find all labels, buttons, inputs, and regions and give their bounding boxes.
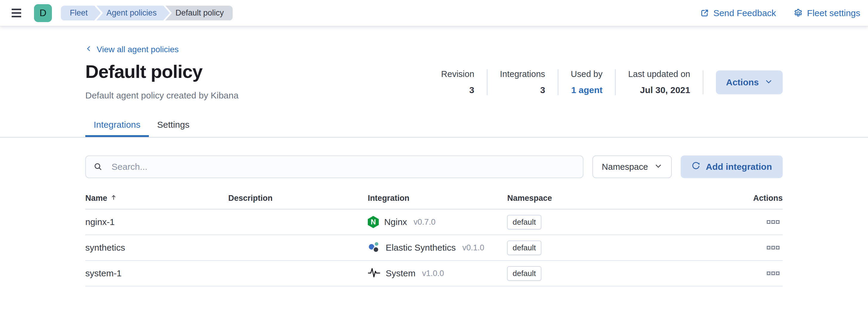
system-icon [368, 266, 380, 281]
chevron-down-icon [765, 77, 773, 87]
namespace-badge: default [507, 215, 541, 230]
boxes-horizontal-icon [767, 221, 780, 226]
elastic-synthetics-icon [368, 241, 380, 255]
stat-last-updated: Last updated on Jul 30, 2021 [615, 69, 703, 95]
table-row: nginx-1 N Nginx v0.7.0 default [85, 209, 783, 235]
policy-tabs: Integrations Settings [85, 120, 783, 137]
table-header-row: Name Description Integration Namespace A… [85, 194, 783, 209]
table-row: synthetics Elastic Synthetics v0.1.0 [85, 235, 783, 261]
column-header-description: Description [228, 194, 368, 209]
nginx-icon: N [368, 216, 379, 228]
cell-integration: Elastic Synthetics v0.1.0 [368, 235, 507, 261]
stat-revision: Revision 3 [441, 69, 487, 95]
cell-description [228, 235, 368, 261]
hamburger-icon [12, 9, 21, 10]
column-header-name[interactable]: Name [85, 194, 228, 209]
page-subtitle: Default agent policy created by Kibana [85, 90, 239, 100]
top-bar: D Fleet Agent policies Default policy Se… [0, 0, 868, 26]
cell-name: synthetics [85, 235, 228, 261]
stat-used-by: Used by 1 agent [558, 69, 615, 95]
chevron-left-icon [85, 45, 92, 54]
send-feedback-link[interactable]: Send Feedback [700, 8, 776, 18]
breadcrumb-agent-policies[interactable]: Agent policies [96, 6, 170, 21]
integration-version: v0.1.0 [462, 243, 485, 252]
fleet-settings-link[interactable]: Fleet settings [794, 8, 860, 18]
breadcrumb-fleet[interactable]: Fleet [61, 6, 101, 21]
menu-button[interactable] [8, 4, 25, 22]
cell-actions [647, 235, 783, 261]
cell-namespace: default [507, 261, 647, 286]
chevron-down-icon [654, 162, 662, 172]
sort-ascending-icon [111, 194, 117, 203]
integrations-toolbar: Namespace Add integration [85, 155, 783, 178]
cell-description [228, 261, 368, 286]
integrations-table: Name Description Integration Namespace A… [85, 194, 783, 286]
namespace-filter-button[interactable]: Namespace [592, 155, 672, 178]
stat-integrations: Integrations 3 [487, 69, 558, 95]
cell-actions [647, 209, 783, 235]
external-link-icon [700, 9, 709, 18]
cell-namespace: default [507, 235, 647, 261]
gear-icon [794, 8, 803, 18]
cell-name: system-1 [85, 261, 228, 286]
namespace-badge: default [507, 266, 541, 281]
policy-header: View all agent policies Default policy D… [0, 26, 868, 137]
integrations-panel: Namespace Add integration [0, 138, 868, 286]
actions-button[interactable]: Actions [716, 70, 783, 94]
breadcrumb: Fleet Agent policies Default policy [61, 6, 232, 21]
space-avatar-badge[interactable]: D [34, 4, 52, 22]
cell-namespace: default [507, 209, 647, 235]
policy-stats: Revision 3 Integrations 3 Used by 1 agen… [441, 69, 783, 95]
tab-integrations[interactable]: Integrations [85, 120, 149, 137]
search-box [85, 155, 583, 178]
namespace-badge: default [507, 241, 541, 255]
row-actions-button[interactable] [767, 244, 783, 251]
cell-description [228, 209, 368, 235]
row-actions-button[interactable] [767, 269, 783, 277]
row-actions-button[interactable] [767, 218, 783, 226]
search-input[interactable] [85, 155, 583, 178]
boxes-horizontal-icon [767, 247, 780, 251]
boxes-horizontal-icon [767, 273, 780, 277]
integration-version: v1.0.0 [422, 269, 444, 278]
cell-integration: N Nginx v0.7.0 [368, 209, 507, 235]
column-header-integration: Integration [368, 194, 507, 209]
page-title: Default policy [85, 61, 239, 82]
cell-integration: System v1.0.0 [368, 261, 507, 286]
breadcrumb-default-policy: Default policy [165, 6, 232, 21]
cell-actions [647, 261, 783, 286]
view-all-agent-policies-link[interactable]: View all agent policies [85, 45, 179, 54]
column-header-namespace: Namespace [507, 194, 647, 209]
used-by-agents-link[interactable]: 1 agent [571, 85, 602, 95]
refresh-icon [691, 161, 701, 173]
integration-version: v0.7.0 [414, 217, 436, 227]
cell-name: nginx-1 [85, 209, 228, 235]
tab-settings[interactable]: Settings [149, 120, 198, 137]
add-integration-button[interactable]: Add integration [681, 155, 783, 178]
table-row: system-1 System v1.0.0 default [85, 261, 783, 286]
column-header-actions: Actions [647, 194, 783, 209]
